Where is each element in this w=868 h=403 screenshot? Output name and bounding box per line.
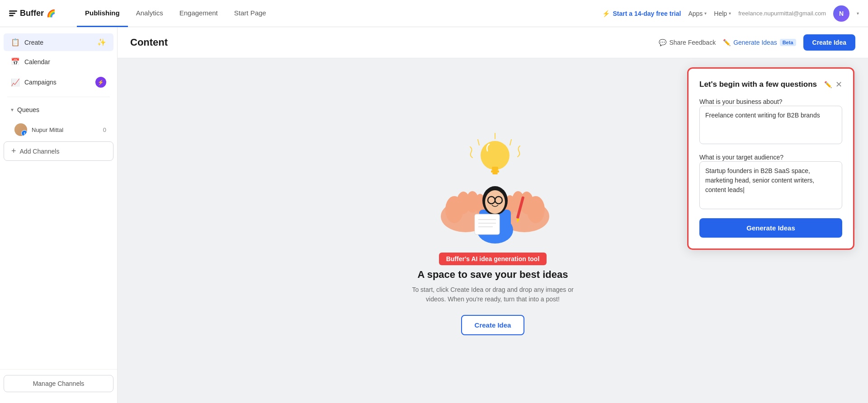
edit-icon: ✏️ (824, 81, 832, 88)
panel-close-button[interactable]: ✕ (835, 80, 842, 89)
manage-channels-button[interactable]: Manage Channels (4, 375, 113, 392)
svg-rect-19 (475, 214, 500, 234)
logo-area: Buffer 🌈 (9, 9, 77, 18)
header-actions: 💬 Share Feedback ✏️ Generate Ideas Beta … (659, 34, 855, 51)
channel-name: Nupur Mittal (32, 127, 63, 133)
nav-start-page[interactable]: Start Page (226, 0, 274, 27)
sidebar-create-label: Create (24, 39, 43, 46)
svg-rect-26 (492, 173, 498, 174)
svg-line-27 (478, 140, 479, 145)
business-textarea[interactable] (699, 106, 842, 144)
feedback-icon: 💬 (659, 39, 666, 46)
create-icon: 📋 (11, 38, 20, 47)
campaigns-badge: ⚡ (95, 77, 106, 88)
help-chevron-icon: ▾ (729, 11, 731, 16)
top-navigation: Buffer 🌈 Publishing Analytics Engagement… (0, 0, 868, 27)
rainbow-icon: 🌈 (47, 9, 56, 18)
wand-icon: ✏️ (723, 39, 731, 46)
generate-ideas-label: Generate Ideas (733, 39, 777, 46)
campaigns-icon: 📈 (11, 78, 20, 87)
audience-label: What is your target audience? (699, 154, 783, 161)
avatar[interactable]: N (833, 5, 849, 22)
sidebar-queues-label: Queues (17, 106, 39, 113)
sidebar: 📋 Create ✨ 📅 Calendar 📈 Campaigns ⚡ ▾ Qu… (0, 27, 118, 403)
calendar-icon: 📅 (11, 57, 20, 66)
buffer-logo[interactable]: Buffer 🌈 (9, 9, 56, 18)
content-area: Buffer's AI idea generation tool A space… (118, 58, 868, 403)
nav-links: Publishing Analytics Engagement Start Pa… (77, 0, 274, 27)
manage-channels-label: Manage Channels (33, 380, 85, 387)
share-feedback-button[interactable]: 💬 Share Feedback (659, 39, 716, 46)
sidebar-item-create[interactable]: 📋 Create ✨ (4, 33, 113, 51)
add-channels-label: Add Channels (20, 148, 60, 155)
generate-ideas-button[interactable]: ✏️ Generate Ideas Beta (723, 39, 796, 46)
user-email: freelance.nupurmittal@gmail.com (738, 10, 826, 17)
center-create-idea-button[interactable]: Create Idea (461, 315, 525, 335)
panel-header: Let's begin with a few questions ✏️ ✕ (699, 80, 842, 89)
sidebar-calendar-label: Calendar (24, 58, 50, 66)
help-label: Help (714, 10, 727, 17)
audience-textarea[interactable] (699, 161, 842, 209)
facebook-badge-icon: f (21, 130, 27, 136)
lightning-icon: ⚡ (602, 10, 610, 17)
channel-count: 0 (103, 127, 106, 133)
business-label: What is your business about? (699, 98, 783, 105)
create-idea-button[interactable]: Create Idea (803, 34, 855, 51)
main-layout: 📋 Create ✨ 📅 Calendar 📈 Campaigns ⚡ ▾ Qu… (0, 27, 868, 403)
sidebar-queues-header[interactable]: ▾ Queues (4, 102, 113, 118)
apps-label: Apps (688, 10, 703, 17)
help-dropdown[interactable]: Help ▾ (714, 10, 731, 17)
sidebar-bottom: Manage Channels (0, 369, 117, 398)
nav-right: ⚡ Start a 14-day free trial Apps ▾ Help … (602, 5, 859, 22)
page-title: Content (130, 37, 168, 48)
center-content: Buffer's AI idea generation tool A space… (398, 117, 588, 344)
logo-text: Buffer (20, 9, 44, 18)
trial-text: Start a 14-day free trial (613, 10, 681, 17)
apps-dropdown[interactable]: Apps ▾ (688, 10, 707, 17)
center-subtitle: To start, click Create Idea or drag and … (407, 285, 579, 304)
sidebar-channel-item[interactable]: f Nupur Mittal 0 (4, 120, 113, 140)
nav-engagement[interactable]: Engagement (171, 0, 226, 27)
beta-badge: Beta (780, 39, 796, 46)
plus-icon: + (11, 146, 16, 156)
apps-chevron-icon: ▾ (704, 11, 707, 16)
main-content: Content 💬 Share Feedback ✏️ Generate Ide… (118, 27, 868, 403)
svg-point-23 (481, 141, 509, 170)
share-feedback-label: Share Feedback (669, 39, 716, 46)
svg-line-29 (510, 140, 511, 145)
center-heading: A space to save your best ideas (418, 269, 568, 281)
panel-generate-button[interactable]: Generate Ideas (699, 218, 842, 238)
trial-button[interactable]: ⚡ Start a 14-day free trial (602, 10, 681, 17)
idea-generation-panel: Let's begin with a few questions ✏️ ✕ Wh… (687, 67, 854, 250)
svg-rect-25 (491, 170, 499, 173)
illustration (429, 126, 556, 244)
ai-badge: Buffer's AI idea generation tool (439, 253, 547, 265)
magic-wand-icon: ✨ (97, 38, 106, 47)
sidebar-item-campaigns[interactable]: 📈 Campaigns ⚡ (4, 72, 113, 92)
svg-rect-24 (492, 167, 498, 170)
add-channels-button[interactable]: + Add Channels (4, 141, 113, 161)
nav-analytics[interactable]: Analytics (128, 0, 171, 27)
chevron-down-icon: ▾ (11, 107, 14, 113)
channel-avatar: f (14, 123, 27, 136)
user-chevron-icon: ▾ (857, 11, 859, 16)
content-header: Content 💬 Share Feedback ✏️ Generate Ide… (118, 27, 868, 58)
panel-title: Let's begin with a few questions (699, 80, 821, 89)
sidebar-divider-1 (7, 97, 110, 97)
nav-publishing[interactable]: Publishing (77, 0, 128, 27)
sidebar-item-calendar[interactable]: 📅 Calendar (4, 53, 113, 70)
sidebar-campaigns-label: Campaigns (24, 79, 57, 86)
